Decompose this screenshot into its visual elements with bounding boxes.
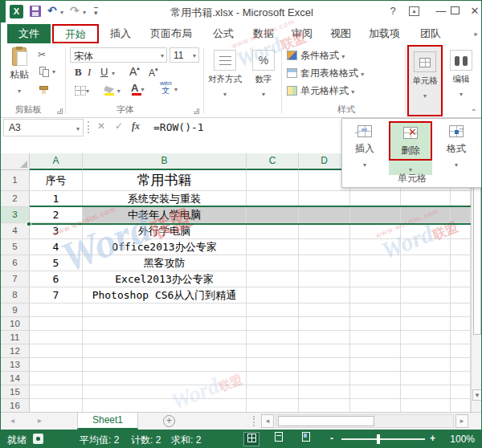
cell-B15[interactable] [83, 385, 247, 399]
editing-dropdown-icon[interactable]: ▾ [460, 92, 463, 98]
cell-C16[interactable] [247, 399, 299, 412]
cell-A5[interactable]: 4 [30, 239, 83, 255]
cell-B1[interactable]: 常用书籍 [83, 170, 247, 191]
vertical-scrollbar-thumb[interactable] [473, 181, 481, 335]
row-header-14[interactable]: 14 [1, 372, 30, 385]
number-group[interactable]: % 数字 ▾ [247, 45, 280, 118]
cell-G10[interactable] [451, 317, 471, 331]
cell-B8[interactable]: Photoshop CS6从入门到精通 [83, 287, 247, 303]
ribbon-tab-0[interactable]: 文件 [7, 24, 51, 43]
cell-F4[interactable] [401, 223, 451, 239]
cell-G11[interactable] [451, 331, 471, 344]
cell-A7[interactable]: 6 [30, 271, 83, 287]
cell-D10[interactable] [299, 317, 350, 331]
cell-G14[interactable] [451, 372, 471, 385]
cell-D11[interactable] [299, 331, 350, 344]
format-cells-button[interactable]: ↔ 格式 ▾ [437, 121, 476, 170]
cell-F14[interactable] [401, 372, 451, 385]
horizontal-scrollbar[interactable] [276, 414, 454, 428]
ribbon-tab-5[interactable]: 数据 [245, 24, 282, 43]
cell-C9[interactable] [247, 303, 299, 317]
cell-D13[interactable] [299, 358, 350, 372]
alignment-group[interactable]: 对齐方式 ▾ [205, 45, 245, 118]
help-button[interactable]: ? [386, 5, 399, 17]
cell-D4[interactable] [299, 223, 350, 239]
cell-C2[interactable] [247, 191, 299, 207]
cell-C1[interactable] [247, 170, 299, 191]
cell-B10[interactable] [83, 317, 247, 331]
row-header-6[interactable]: 6 [1, 255, 30, 271]
row-header-11[interactable]: 11 [1, 331, 30, 344]
macro-record-icon[interactable] [33, 434, 43, 444]
cell-B3[interactable]: 中老年人学电脑 [83, 207, 247, 223]
cell-D14[interactable] [299, 372, 350, 385]
cell-A10[interactable] [30, 317, 83, 331]
cell-D8[interactable] [299, 287, 350, 303]
underline-button[interactable]: U [100, 66, 108, 78]
cell-E7[interactable] [350, 271, 401, 287]
format-as-table-button[interactable]: 套用表格格式 ▾ [287, 67, 364, 83]
worksheet-grid[interactable]: ABCDEFG 1序号常用书籍21系统安装与重装32中老年人学电脑43外行学电脑… [1, 153, 471, 412]
cell-C14[interactable] [247, 372, 299, 385]
cancel-entry-icon[interactable]: ✕ [97, 120, 105, 132]
cell-C3[interactable] [247, 207, 299, 223]
select-all-corner[interactable] [1, 153, 30, 170]
tab-scrollbar-splitter[interactable] [253, 416, 255, 426]
cell-D5[interactable] [299, 239, 350, 255]
cell-A12[interactable] [30, 344, 83, 358]
cell-E12[interactable] [350, 344, 401, 358]
ribbon-tab-9[interactable]: 团队 [412, 24, 449, 43]
borders-icon[interactable]: ▾ [75, 83, 89, 96]
cell-D6[interactable] [299, 255, 350, 271]
row-header-9[interactable]: 9 [1, 303, 30, 317]
name-box[interactable]: A3 ▾ [3, 119, 84, 136]
phonetic-dropdown-icon[interactable]: ▾ [174, 87, 178, 93]
scroll-down-icon[interactable]: ▼ [472, 389, 482, 401]
cell-C6[interactable] [247, 255, 299, 271]
fill-color-icon[interactable]: ▾ [104, 83, 120, 96]
cell-G2[interactable] [451, 191, 471, 207]
bold-button[interactable]: B [75, 66, 82, 79]
row-header-10[interactable]: 10 [1, 317, 30, 331]
enter-entry-icon[interactable]: ✓ [115, 120, 123, 132]
cell-B4[interactable]: 外行学电脑 [83, 223, 247, 239]
cell-E14[interactable] [350, 372, 401, 385]
cell-E8[interactable] [350, 287, 401, 303]
row-header-13[interactable]: 13 [1, 358, 30, 372]
cell-B14[interactable] [83, 372, 247, 385]
cell-B12[interactable] [83, 344, 247, 358]
cell-A14[interactable] [30, 372, 83, 385]
cell-C8[interactable] [247, 287, 299, 303]
cell-B6[interactable]: 黑客攻防 [83, 255, 247, 271]
cell-D3[interactable] [299, 207, 350, 223]
cell-C10[interactable] [247, 317, 299, 331]
cell-F9[interactable] [401, 303, 451, 317]
cell-E2[interactable] [350, 191, 401, 207]
cell-E4[interactable] [350, 223, 401, 239]
cell-F2[interactable] [401, 191, 451, 207]
cell-G8[interactable] [451, 287, 471, 303]
cell-F12[interactable] [401, 344, 451, 358]
font-size-combo[interactable]: 11▾ [170, 47, 199, 63]
row-header-15[interactable]: 15 [1, 385, 30, 399]
sheet-tab-sheet1[interactable]: Sheet1 [77, 413, 138, 430]
cell-D2[interactable] [299, 191, 350, 207]
cell-C11[interactable] [247, 331, 299, 344]
cell-C15[interactable] [247, 385, 299, 399]
cell-B2[interactable]: 系统安装与重装 [83, 191, 247, 207]
cell-B7[interactable]: Excel2013办公专家 [83, 271, 247, 287]
cell-A4[interactable]: 3 [30, 223, 83, 239]
cell-D7[interactable] [299, 271, 350, 287]
cell-E9[interactable] [350, 303, 401, 317]
paste-dropdown-icon[interactable]: ▾ [18, 88, 21, 95]
cell-B16[interactable] [83, 399, 247, 412]
cell-A13[interactable] [30, 358, 83, 372]
cell-C5[interactable] [247, 239, 299, 255]
page-break-view-button[interactable] [298, 432, 314, 446]
cell-B13[interactable] [83, 358, 247, 372]
paste-button[interactable]: 粘贴 ▾ [5, 47, 34, 107]
copy-icon[interactable]: ▾ [38, 65, 59, 79]
zoom-slider-thumb[interactable] [377, 434, 380, 444]
cell-C7[interactable] [247, 271, 299, 287]
number-dropdown-icon[interactable]: ▾ [262, 92, 265, 98]
